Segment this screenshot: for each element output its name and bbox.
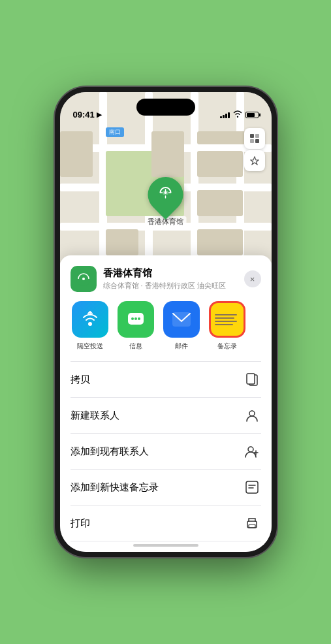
svg-point-18: [249, 411, 255, 416]
action-row-new-contact[interactable]: 新建联系人: [71, 397, 261, 433]
airdrop-icon: [72, 301, 108, 338]
print-label: 打印: [71, 517, 90, 530]
venue-name: 香港体育馆: [103, 267, 238, 280]
block-5: [197, 229, 243, 255]
share-item-mail[interactable]: 邮件: [162, 301, 201, 351]
add-existing-label: 添加到现有联系人: [71, 445, 149, 458]
add-existing-icon: [243, 442, 261, 460]
block-4: [106, 229, 138, 255]
share-item-more[interactable]: 推: [253, 301, 261, 351]
share-item-notes[interactable]: 备忘录: [208, 301, 247, 351]
svg-point-19: [248, 447, 253, 452]
signal-bar-4: [228, 112, 230, 118]
notes-icon: [209, 301, 245, 338]
mail-icon: [163, 301, 200, 338]
svg-point-11: [131, 317, 134, 320]
block-3: [60, 131, 93, 177]
phone-screen: 09:41 ▶: [60, 92, 272, 552]
location-pin: 香港体育馆: [145, 177, 186, 227]
svg-rect-0: [250, 134, 254, 138]
pin-icon: [140, 170, 190, 219]
new-contact-icon: [243, 406, 261, 425]
notes-lines: [211, 303, 244, 336]
battery-fill: [247, 113, 255, 117]
svg-rect-6: [163, 191, 168, 195]
notes-label: 备忘录: [217, 342, 237, 351]
copy-label: 拷贝: [71, 374, 90, 386]
notes-line-3: [215, 321, 237, 322]
airdrop-label: 隔空投送: [77, 342, 103, 351]
share-item-messages[interactable]: 信息: [116, 301, 155, 351]
close-button[interactable]: ×: [244, 270, 261, 287]
share-row: 隔空投送 信息: [71, 301, 261, 351]
svg-rect-17: [247, 374, 255, 384]
dynamic-island: [136, 99, 195, 116]
signal-bar-3: [225, 114, 227, 118]
svg-rect-20: [246, 481, 258, 493]
close-label: ×: [250, 274, 255, 284]
location-button[interactable]: [244, 150, 265, 171]
new-contact-label: 新建联系人: [71, 410, 119, 422]
venue-subtitle: 综合体育馆 · 香港特别行政区 油尖旺区: [103, 281, 238, 291]
notes-line-2: [215, 317, 234, 319]
action-row-print[interactable]: 打印: [71, 505, 261, 541]
pin-inner-icon: [157, 184, 174, 205]
action-row-copy[interactable]: 拷贝: [71, 361, 261, 397]
signal-bars: [220, 112, 230, 118]
status-icons: [220, 110, 259, 120]
messages-label: 信息: [129, 342, 142, 351]
time-label: 09:41: [73, 110, 95, 120]
svg-point-12: [134, 317, 137, 320]
venue-info: 香港体育馆 综合体育馆 · 香港特别行政区 油尖旺区: [103, 267, 238, 291]
svg-point-13: [138, 317, 140, 320]
share-item-airdrop[interactable]: 隔空投送: [71, 301, 110, 351]
signal-bar-1: [220, 116, 222, 118]
venue-icon: [71, 266, 97, 292]
battery-icon: [245, 112, 259, 118]
map-view-button[interactable]: [244, 128, 265, 149]
phone-frame: 09:41 ▶: [55, 87, 277, 557]
venue-header: 香港体育馆 综合体育馆 · 香港特别行政区 油尖旺区 ×: [71, 266, 261, 292]
map-controls: [244, 128, 265, 171]
print-icon: [243, 514, 261, 532]
bottom-sheet: 香港体育馆 综合体育馆 · 香港特别行政区 油尖旺区 ×: [60, 255, 272, 552]
block-1: [197, 151, 243, 177]
block-10: [151, 131, 184, 177]
svg-rect-1: [255, 134, 259, 138]
svg-point-8: [82, 278, 85, 280]
location-arrow-icon: ▶: [97, 111, 102, 118]
mail-label: 邮件: [175, 342, 188, 351]
wifi-icon: [233, 110, 242, 120]
signal-bar-2: [223, 115, 225, 118]
messages-icon: [118, 301, 154, 338]
action-row-add-existing[interactable]: 添加到现有联系人: [71, 433, 261, 469]
map-label: 南口: [106, 127, 124, 137]
svg-rect-3: [255, 139, 259, 143]
add-notes-label: 添加到新快速备忘录: [71, 481, 159, 494]
map-label-text: 南口: [109, 129, 121, 135]
copy-icon: [243, 370, 261, 389]
action-row-add-notes[interactable]: 添加到新快速备忘录: [71, 469, 261, 505]
svg-point-9: [88, 322, 92, 326]
svg-rect-15: [172, 312, 191, 327]
notes-line-4: [215, 324, 233, 325]
svg-rect-2: [250, 139, 254, 143]
home-indicator: [133, 544, 198, 547]
add-notes-icon: [243, 478, 261, 496]
notes-line-1: [215, 314, 237, 315]
status-time: 09:41 ▶: [73, 110, 102, 120]
block-2: [197, 190, 243, 216]
